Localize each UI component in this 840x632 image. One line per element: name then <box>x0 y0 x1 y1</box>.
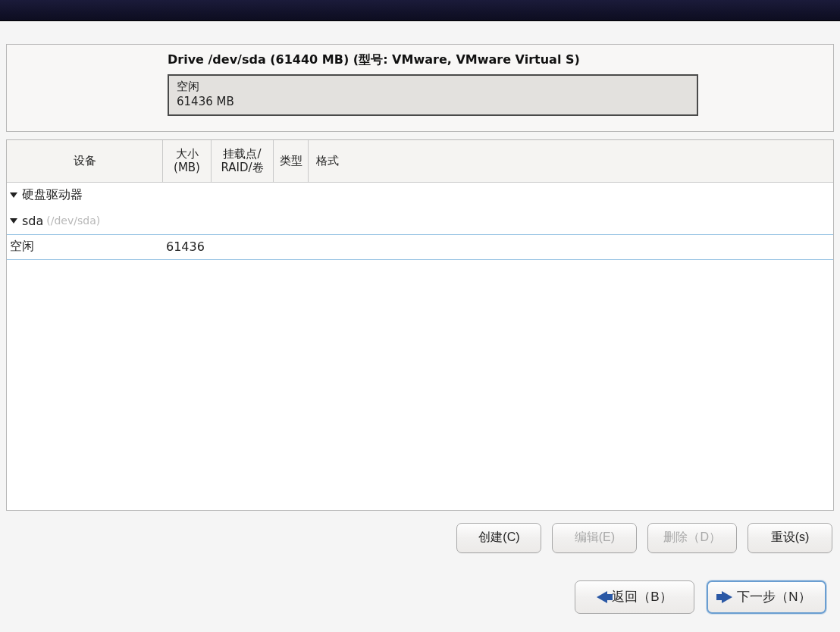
drive-free-size: 61436 MB <box>177 94 689 109</box>
next-button[interactable]: 下一步（N） <box>707 580 826 614</box>
reset-button[interactable]: 重设(s) <box>748 523 832 553</box>
wizard-nav: 返回（B） 下一步（N） <box>6 580 834 614</box>
tree-label-hard-drives: 硬盘驱动器 <box>22 187 83 203</box>
column-header-device[interactable]: 设备 <box>7 140 163 182</box>
back-button[interactable]: 返回（B） <box>575 580 694 614</box>
tree-row-hard-drives[interactable]: 硬盘驱动器 <box>7 183 833 208</box>
arrow-left-icon <box>597 591 607 603</box>
drive-free-space-box[interactable]: 空闲 61436 MB <box>168 74 698 116</box>
column-header-type[interactable]: 类型 <box>274 140 309 182</box>
partition-table-header: 设备 大小 (MB) 挂载点/ RAID/卷 类型 格式 <box>7 140 833 183</box>
back-button-label: 返回（B） <box>612 588 672 605</box>
column-header-size[interactable]: 大小 (MB) <box>163 140 212 182</box>
tree-row-free[interactable]: 空闲 61436 <box>7 234 833 260</box>
window-titlebar <box>0 0 840 21</box>
expand-toggle-icon[interactable] <box>10 192 17 198</box>
tree-cell-free-size: 61436 <box>163 239 212 254</box>
partition-tree: 硬盘驱动器 sda (/dev/sda) 空闲 61436 <box>7 183 833 510</box>
column-header-mount[interactable]: 挂载点/ RAID/卷 <box>212 140 274 182</box>
partition-table-panel: 设备 大小 (MB) 挂载点/ RAID/卷 类型 格式 硬盘驱动器 sda (… <box>6 139 834 511</box>
next-button-label: 下一步（N） <box>737 588 810 605</box>
column-header-format[interactable]: 格式 <box>309 140 346 182</box>
tree-label-disk-path: (/dev/sda) <box>46 214 100 227</box>
arrow-right-icon <box>722 591 732 603</box>
drive-summary-panel: Drive /dev/sda (61440 MB) (型号: VMware, V… <box>6 44 834 132</box>
tree-label-disk: sda <box>22 214 43 228</box>
drive-title: Drive /dev/sda (61440 MB) (型号: VMware, V… <box>168 52 820 68</box>
expand-toggle-icon[interactable] <box>10 218 17 224</box>
drive-free-label: 空闲 <box>177 79 689 94</box>
tree-label-free: 空闲 <box>10 239 34 255</box>
edit-button[interactable]: 编辑(E) <box>552 523 637 553</box>
delete-button[interactable]: 删除（D） <box>647 523 737 553</box>
create-button[interactable]: 创建(C) <box>456 523 541 553</box>
partition-actions: 创建(C) 编辑(E) 删除（D） 重设(s) <box>6 523 834 553</box>
tree-row-sda[interactable]: sda (/dev/sda) <box>7 208 833 234</box>
